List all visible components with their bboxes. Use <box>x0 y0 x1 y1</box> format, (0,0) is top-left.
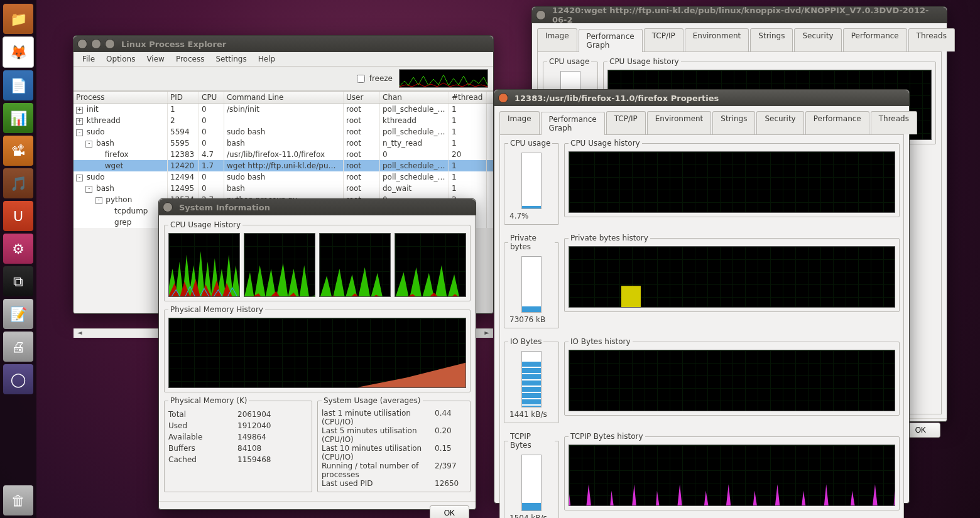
writer-icon[interactable]: 📄 <box>3 70 33 100</box>
tab-performance-graph[interactable]: Performance Graph <box>579 29 643 52</box>
usage-key: Last 10 minutes utilisation (CPU/IO) <box>322 444 435 461</box>
firefox-icon[interactable]: 🦊 <box>3 36 34 68</box>
mem-key: Cached <box>168 454 237 465</box>
col-user[interactable]: User <box>344 92 380 103</box>
menu-settings[interactable]: Settings <box>210 53 251 65</box>
tree-toggle-icon[interactable]: + <box>76 107 83 114</box>
music-icon[interactable]: 🎵 <box>3 168 33 198</box>
table-row[interactable]: + init10/sbin/initrootpoll_schedule_time… <box>74 104 493 115</box>
cpu-history-graph-0 <box>168 233 240 297</box>
table-row[interactable]: - sudo55940sudo bashrootpoll_schedule_ti… <box>74 126 493 138</box>
col-cmd[interactable]: Command Line <box>224 92 344 103</box>
tree-toggle-icon[interactable]: - <box>95 197 102 204</box>
printer-icon[interactable]: 🖨 <box>3 332 33 362</box>
usage-val: 2/397 <box>435 461 466 479</box>
tab-performance[interactable]: Performance <box>805 111 869 134</box>
io-history-legend: IO Bytes history <box>569 337 633 346</box>
tab-tcpip[interactable]: TCP/IP <box>606 111 646 134</box>
scroll-left-icon[interactable]: ◄ <box>75 329 85 338</box>
tree-toggle-icon[interactable]: - <box>76 129 83 136</box>
mem-key: Available <box>168 431 237 443</box>
eclipse-icon[interactable]: ◯ <box>3 364 33 394</box>
tab-image[interactable]: Image <box>499 111 540 134</box>
menu-options[interactable]: Options <box>101 53 140 65</box>
tab-security[interactable]: Security <box>794 28 841 51</box>
ubuntu-one-icon[interactable]: U <box>3 201 33 231</box>
menu-view[interactable]: View <box>141 53 169 65</box>
mem-val: 1912040 <box>237 420 288 431</box>
cpu-legend: CPU usage <box>547 57 591 66</box>
tab-threads[interactable]: Threads <box>908 28 955 51</box>
impress-icon[interactable]: 📽 <box>3 136 33 166</box>
close-icon[interactable] <box>498 93 508 103</box>
tab-strings[interactable]: Strings <box>712 111 755 134</box>
priv-history-legend: Private bytes history <box>569 234 650 242</box>
tab-image[interactable]: Image <box>537 28 577 51</box>
settings-icon[interactable]: ⚙ <box>3 234 33 264</box>
usage-val: 0.20 <box>435 426 466 444</box>
maximize-icon[interactable] <box>105 39 115 49</box>
phys-mem-legend: Physical Memory (K) <box>168 396 249 405</box>
trash-icon[interactable]: 🗑 <box>3 485 33 515</box>
io-value: 1441 kB/s <box>508 410 555 419</box>
tree-toggle-icon[interactable]: - <box>85 141 92 148</box>
scroll-right-icon[interactable]: ► <box>482 329 492 338</box>
tab-environment[interactable]: Environment <box>685 28 749 51</box>
usage-key: Last 5 minutes utilisation (CPU/IO) <box>322 426 435 444</box>
cpu-history-graph-2 <box>319 233 391 297</box>
window-title: System Information <box>179 203 270 212</box>
tcp-history-legend: TCPIP Bytes history <box>569 432 645 441</box>
tab-tcpip[interactable]: TCP/IP <box>644 28 683 51</box>
menu-help[interactable]: Help <box>253 53 280 65</box>
toolbar: freeze <box>74 67 493 91</box>
close-icon[interactable] <box>163 202 173 212</box>
tcp-gauge <box>521 455 542 511</box>
tab-performance-graph[interactable]: Performance Graph <box>541 112 605 135</box>
tab-security[interactable]: Security <box>756 111 803 134</box>
calc-icon[interactable]: 📊 <box>3 103 33 133</box>
mem-history-legend: Physical Memory History <box>168 305 265 314</box>
sysinfo-titlebar[interactable]: System Information <box>159 199 476 215</box>
mem-key: Buffers <box>168 443 237 454</box>
priv-history-graph <box>569 246 895 308</box>
svg-marker-10 <box>569 286 895 308</box>
cpu-value: 4.7% <box>508 212 555 220</box>
tab-performance[interactable]: Performance <box>843 28 907 51</box>
tab-environment[interactable]: Environment <box>647 111 712 134</box>
io-legend: IO Bytes <box>508 337 543 346</box>
table-row[interactable]: + kthreadd20rootkthreadd1 <box>74 115 493 126</box>
svg-marker-2 <box>244 263 315 297</box>
table-row[interactable]: - bash124950bashrootdo_wait1 <box>74 183 493 194</box>
table-row[interactable]: wget124201.7wget http://ftp.uni-kl.de/pu… <box>74 160 493 171</box>
tree-toggle-icon[interactable]: - <box>85 186 92 193</box>
wget-titlebar[interactable]: 12420:wget http://ftp.uni-kl.de/pub/linu… <box>532 7 947 23</box>
close-icon[interactable] <box>77 39 87 49</box>
minimize-icon[interactable] <box>91 39 101 49</box>
firefox-titlebar[interactable]: 12383:/usr/lib/firefox-11.0/firefox Prop… <box>494 90 909 106</box>
tree-toggle-icon[interactable]: - <box>76 175 83 181</box>
table-row[interactable]: - bash55950bashrootn_tty_read1 <box>74 138 493 149</box>
tab-threads[interactable]: Threads <box>871 111 917 134</box>
table-row[interactable]: firefox123834.7/usr/lib/firefox-11.0/fir… <box>74 149 493 160</box>
col-process[interactable]: Process <box>74 92 168 103</box>
firefox-properties-window: 12383:/usr/lib/firefox-11.0/firefox Prop… <box>494 89 910 504</box>
col-thread[interactable]: #thread <box>449 92 487 103</box>
svg-marker-4 <box>320 267 390 297</box>
menu-process[interactable]: Process <box>171 53 210 65</box>
files-icon[interactable]: 📁 <box>3 4 33 34</box>
ok-button[interactable]: OK <box>430 505 469 518</box>
table-row[interactable]: - sudo124940sudo bashrootpoll_schedule_t… <box>74 171 493 183</box>
close-icon[interactable] <box>536 10 546 20</box>
tcp-legend: TCPIP Bytes <box>508 432 555 450</box>
main-titlebar[interactable]: Linux Process Explorer <box>74 36 493 52</box>
xterm-icon[interactable]: ⧉ <box>3 266 33 296</box>
col-cpu[interactable]: CPU <box>199 92 224 103</box>
freeze-checkbox[interactable]: freeze <box>354 73 393 85</box>
notes-icon[interactable]: 📝 <box>3 299 33 329</box>
tree-toggle-icon[interactable]: + <box>76 118 83 125</box>
col-chan[interactable]: Chan <box>380 92 449 103</box>
col-pid[interactable]: PID <box>168 92 199 103</box>
tab-strings[interactable]: Strings <box>750 28 793 51</box>
priv-value: 73076 kB <box>508 315 555 324</box>
menu-file[interactable]: File <box>77 53 100 65</box>
